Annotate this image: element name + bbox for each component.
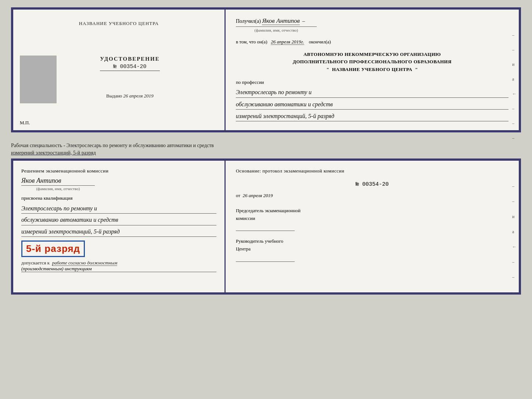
- udostoverenie-title: УДОСТОВЕРЕНИЕ: [100, 56, 160, 62]
- bottom-left-panel: Решением экзаменационной комиссии Яков А…: [13, 161, 226, 292]
- org-line2: ДОПОЛНИТЕЛЬНОГО ПРОФЕССИОНАЛЬНОГО ОБРАЗО…: [236, 58, 508, 66]
- org-block: АВТОНОМНУЮ НЕКОММЕРЧЕСКУЮ ОРГАНИЗАЦИЮ ДО…: [236, 51, 508, 74]
- ot-label: от: [236, 193, 240, 198]
- top-left-panel: НАЗВАНИЕ УЧЕБНОГО ЦЕНТРА УДОСТОВЕРЕНИЕ №…: [13, 10, 226, 130]
- po-professii: по профессии: [236, 79, 508, 86]
- rukovoditel-line2: Центра: [236, 245, 508, 253]
- dopusk-text2: (производственным) инструкциям: [21, 266, 216, 272]
- fio-subtitle-top: (фамилия, имя, отчество): [236, 26, 317, 33]
- dopuskaetsya: допускается к работе согласно должностны…: [21, 260, 216, 266]
- photo-placeholder: [20, 56, 57, 103]
- rukovoditel-signature-line: [236, 255, 295, 262]
- profession-line3: измерений электростанций, 5-й разряд: [236, 111, 508, 121]
- org-line1: АВТОНОМНУЮ НЕКОММЕРЧЕСКУЮ ОРГАНИЗАЦИЮ: [236, 51, 508, 58]
- org-name-header: НАЗВАНИЕ УЧЕБНОГО ЦЕНТРА: [79, 21, 159, 26]
- org-center-name: НАЗВАНИЕ УЧЕБНОГО ЦЕНТРА: [332, 67, 413, 72]
- prisvoena-line: присвоена квалификация: [21, 195, 216, 201]
- top-right-panel: Получил(а) Яков Антипов – (фамилия, имя,…: [226, 10, 519, 130]
- profession-line1: Электрослесарь по ремонту и: [236, 87, 508, 97]
- rukovoditel-line1: Руководитель учебного: [236, 238, 508, 245]
- profession-line2: обслуживанию автоматики и средств: [236, 99, 508, 110]
- protocol-num: № 00354-20: [236, 180, 508, 189]
- predsedatel-block: Председатель экзаменационной комиссии: [236, 207, 508, 231]
- mp-label: М.П.: [20, 120, 30, 126]
- razryad-box: 5-й разряд: [21, 241, 85, 257]
- right-col-marks-bottom: – – и а ← – – –: [512, 183, 517, 296]
- bottom-document: Решением экзаменационной комиссии Яков А…: [11, 158, 521, 295]
- predsedatel-signature-line: [236, 224, 295, 231]
- vydano-date: 26 апреля 2019: [123, 93, 154, 99]
- ot-date: 26 апреля 2019: [242, 193, 273, 198]
- right-col-marks-top: – – и а ← – – –: [512, 32, 517, 141]
- dopuskaetsya-label: допускается к: [21, 260, 50, 266]
- osnovanie-line: Основание: протокол экзаменационной коми…: [236, 167, 508, 175]
- razryad-text: 5-й разряд: [26, 243, 80, 254]
- predsedatel-line2: комиссии: [236, 215, 508, 222]
- predsedatel-line1: Председатель экзаменационной: [236, 207, 508, 215]
- vtom-date: 26 апреля 2019г.: [271, 39, 304, 45]
- vtom-line: в том, что он(а) 26 апреля 2019г. окончи…: [236, 38, 508, 46]
- poluchil-label: Получил(а): [236, 18, 261, 24]
- qual-line2: обслуживанию автоматики и средств: [21, 215, 216, 225]
- org-quote-open: ": [326, 67, 329, 72]
- org-quote-close: ": [415, 67, 418, 72]
- udostoverenie-block: УДОСТОВЕРЕНИЕ № 00354-20: [100, 56, 160, 71]
- qual-line1: Электрослесарь по ремонту и: [21, 203, 216, 214]
- rukovoditel-block: Руководитель учебного Центра: [236, 238, 508, 262]
- vydano-label: Выдано: [106, 93, 122, 99]
- top-document: НАЗВАНИЕ УЧЕБНОГО ЦЕНТРА УДОСТОВЕРЕНИЕ №…: [11, 7, 521, 132]
- okonchil-label: окончил(а): [309, 39, 331, 44]
- bottom-fio: Яков Антипов: [21, 177, 216, 185]
- org-name-center: " НАЗВАНИЕ УЧЕБНОГО ЦЕНТРА ": [236, 66, 508, 74]
- vtom-label: в том, что он(а): [236, 39, 267, 44]
- udostoverenie-num: № 00354-20: [100, 64, 160, 71]
- dopusk-text: работе согласно должностным: [52, 260, 118, 266]
- page-wrapper: НАЗВАНИЕ УЧЕБНОГО ЦЕНТРА УДОСТОВЕРЕНИЕ №…: [4, 4, 528, 298]
- vydano-line: Выдано 26 апреля 2019: [106, 93, 154, 99]
- qual-line3: измерений электростанций, 5-й разряд: [21, 227, 216, 237]
- bottom-fio-subtitle: (фамилия, имя, отчество): [21, 185, 95, 191]
- bottom-right-panel: Основание: протокол экзаменационной коми…: [226, 161, 519, 292]
- ot-line: от 26 апреля 2019: [236, 192, 508, 200]
- resheniem-line: Решением экзаменационной комиссии: [21, 168, 216, 174]
- poluchil-fio: Яков Антипов: [262, 17, 300, 25]
- poluchil-line: Получил(а) Яков Антипов –: [236, 16, 508, 26]
- middle-text-line2: измерений электростанций, 5-й разряд: [11, 150, 96, 156]
- middle-text-line1: Рабочая специальность - Электрослесарь п…: [11, 143, 214, 148]
- middle-text: Рабочая специальность - Электрослесарь п…: [11, 139, 521, 158]
